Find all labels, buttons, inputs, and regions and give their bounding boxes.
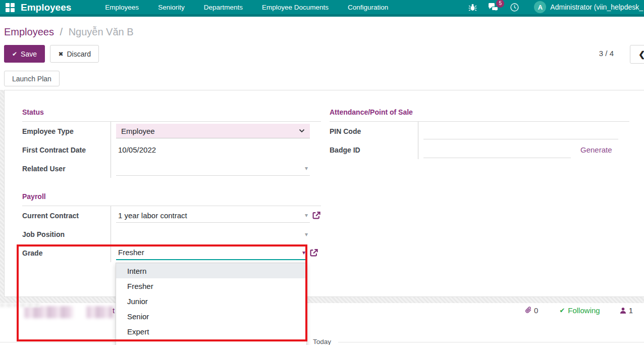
app-window: Employees Employees Seniority Department… — [0, 0, 644, 345]
field-label-pin-code: PIN Code — [330, 127, 418, 135]
form-view: Status Employee Type Employee First Cont… — [0, 90, 644, 345]
chatter: t 0 ✔ Following 1 Today — [0, 303, 644, 345]
discard-button[interactable]: ✖ Discard — [50, 45, 99, 63]
redacted-chatter-button[interactable] — [86, 306, 113, 318]
pager-previous-button[interactable]: ❮ — [630, 45, 644, 64]
field-label-job-position: Job Position — [22, 230, 111, 238]
field-label-grade: Grade — [22, 249, 111, 257]
following-label: Following — [568, 306, 600, 315]
apps-grid-icon[interactable] — [6, 3, 15, 12]
record-pager: 3 / 4 — [599, 49, 614, 58]
grade-value: Fresher — [116, 248, 144, 257]
grade-input[interactable]: Fresher ▾ — [116, 245, 307, 260]
chevron-down-icon — [299, 129, 305, 133]
section-title-payroll: Payroll — [22, 192, 321, 206]
field-label-employee-type: Employee Type — [22, 127, 111, 135]
employee-type-value: Employee — [116, 127, 155, 135]
cross-icon: ✖ — [58, 51, 63, 58]
current-contract-input[interactable]: 1 year labor contract ▾ — [116, 208, 310, 223]
current-contract-value: 1 year labor contract — [116, 211, 187, 220]
first-contract-date-value: 10/05/2022 — [116, 145, 156, 154]
user-avatar[interactable]: A — [534, 1, 546, 13]
external-link-icon[interactable] — [311, 211, 321, 220]
launch-plan-button[interactable]: Launch Plan — [4, 71, 60, 86]
redacted-chatter-button[interactable] — [24, 306, 73, 318]
caret-down-icon[interactable]: ▾ — [302, 249, 307, 256]
field-label-badge-id: Badge ID — [330, 146, 418, 154]
message-count-badge: 5 — [496, 0, 504, 8]
grade-dropdown-menu: Intern Fresher Junior Senior Expert — [116, 263, 307, 345]
breadcrumb-current: Nguyễn Văn B — [69, 26, 134, 37]
pin-code-input[interactable] — [423, 123, 618, 139]
following-button[interactable]: ✔ Following — [559, 306, 600, 315]
follower-count: 1 — [629, 306, 633, 315]
messages-icon[interactable]: 5 — [488, 3, 499, 12]
grade-option-fresher[interactable]: Fresher — [116, 278, 306, 293]
menu-item-employees[interactable]: Employees — [95, 4, 148, 11]
redacted-text — [0, 303, 40, 307]
attachment-count: 0 — [534, 306, 538, 315]
form-sheet: Status Employee Type Employee First Cont… — [4, 90, 644, 297]
followers-button[interactable]: 1 — [619, 306, 633, 315]
check-icon: ✔ — [559, 307, 565, 314]
caret-down-icon[interactable]: ▾ — [305, 231, 310, 238]
person-icon — [619, 307, 627, 315]
job-position-input[interactable]: ▾ — [116, 227, 310, 241]
breadcrumb: Employees / Nguyễn Văn B — [4, 26, 134, 38]
top-navbar: Employees Employees Seniority Department… — [0, 0, 644, 17]
save-button[interactable]: ✔ Save — [4, 45, 45, 63]
breadcrumb-parent[interactable]: Employees — [4, 26, 54, 37]
breadcrumb-separator: / — [60, 26, 63, 37]
caret-down-icon[interactable]: ▾ — [305, 165, 310, 172]
user-menu[interactable]: Administrator (viin_helpdesk_ — [550, 3, 643, 11]
chevron-left-icon: ❮ — [638, 50, 644, 59]
section-title-attendance: Attendance/Point of Sale — [330, 108, 629, 122]
save-label: Save — [21, 50, 37, 58]
badge-id-input[interactable] — [423, 141, 571, 158]
grade-option-junior[interactable]: Junior — [116, 293, 306, 309]
menu-item-seniority[interactable]: Seniority — [148, 4, 194, 11]
grade-option-expert[interactable]: Expert — [116, 324, 306, 339]
section-title-status: Status — [22, 108, 321, 122]
grade-option-intern[interactable]: Intern — [116, 263, 306, 278]
first-contract-date-input[interactable]: 10/05/2022 — [116, 142, 310, 157]
employee-type-select[interactable]: Employee — [116, 124, 310, 138]
grade-option-senior[interactable]: Senior — [116, 309, 306, 324]
paperclip-icon — [524, 306, 532, 315]
chatter-link-fragment[interactable]: t — [113, 306, 115, 315]
external-link-icon[interactable] — [309, 248, 318, 258]
menu-item-departments[interactable]: Departments — [194, 4, 252, 11]
field-label-first-contract-date: First Contract Date — [22, 146, 111, 154]
generate-badge-link[interactable]: Generate — [580, 145, 612, 154]
menu-item-configuration[interactable]: Configuration — [338, 4, 398, 11]
menu-item-employee-documents[interactable]: Employee Documents — [252, 4, 338, 11]
field-label-current-contract: Current Contract — [22, 212, 111, 220]
field-label-related-user: Related User — [22, 165, 111, 173]
attachments-button[interactable]: 0 — [524, 306, 538, 315]
activity-clock-icon[interactable] — [510, 3, 519, 12]
related-user-input[interactable]: ▾ — [116, 161, 310, 176]
date-divider-label: Today — [306, 338, 338, 345]
caret-down-icon[interactable]: ▾ — [305, 212, 310, 219]
app-brand[interactable]: Employees — [21, 2, 71, 13]
discard-label: Discard — [67, 50, 91, 58]
check-icon: ✔ — [12, 51, 17, 58]
bug-icon[interactable] — [468, 3, 477, 12]
